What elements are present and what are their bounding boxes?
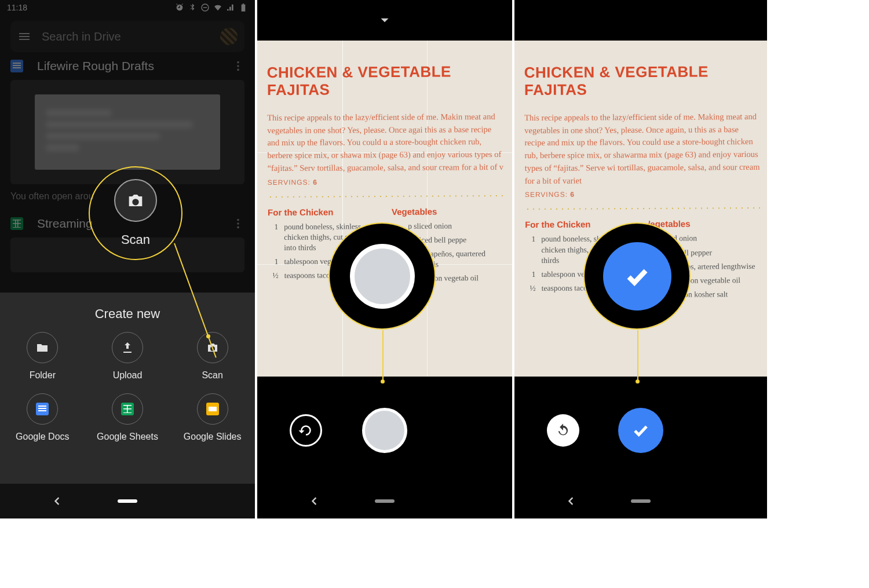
leader-dot — [381, 379, 385, 384]
back-icon[interactable] — [308, 495, 320, 507]
label: Google Docs — [16, 432, 70, 442]
phone-camera-capture: CHICKEN & VEGETABLEFAJITAS This recipe a… — [257, 0, 512, 518]
back-icon[interactable] — [565, 495, 576, 507]
upload-icon — [121, 341, 134, 355]
search-placeholder: Search in Drive — [42, 30, 210, 43]
shutter-button[interactable] — [362, 408, 407, 453]
alarm-icon — [175, 3, 184, 12]
leader-dot — [206, 334, 210, 338]
suggestion-hint: You often open arou — [0, 188, 255, 210]
flip-camera-button[interactable] — [290, 414, 322, 447]
viewfinder: CHICKEN & VEGETABLEFAJITAS This recipe a… — [514, 41, 767, 377]
camera-controls — [257, 377, 512, 484]
label: Scan — [202, 370, 222, 381]
phone-drive: 11:18 Search in Drive Lifewire Rough Dra… — [0, 0, 255, 518]
recipe-intro: This recipe appeals to the lazy/efficien… — [524, 111, 760, 188]
dnd-icon — [200, 3, 210, 12]
col-head: /egetables — [648, 218, 760, 229]
label: Upload — [113, 370, 143, 381]
wifi-icon — [213, 3, 222, 12]
home-pill[interactable] — [631, 499, 651, 503]
create-sheets[interactable]: Google Sheets — [85, 393, 170, 442]
status-bar: 11:18 — [0, 0, 255, 15]
camera-controls — [514, 377, 767, 484]
signal-icon — [226, 3, 235, 12]
create-upload[interactable]: Upload — [85, 332, 170, 381]
create-scan[interactable]: Scan — [170, 332, 255, 381]
nav-bar — [0, 484, 255, 518]
home-pill[interactable] — [118, 499, 137, 503]
sheets-icon — [121, 403, 134, 415]
folder-icon — [35, 341, 49, 355]
confirm-button[interactable] — [618, 408, 663, 453]
create-folder[interactable]: Folder — [0, 332, 85, 381]
more-icon[interactable] — [232, 60, 244, 72]
clock: 11:18 — [7, 3, 27, 12]
undo-icon — [555, 422, 571, 439]
search-bar[interactable]: Search in Drive — [10, 21, 244, 52]
phone-camera-confirm: CHICKEN & VEGETABLEFAJITAS This recipe a… — [514, 0, 767, 518]
home-pill[interactable] — [375, 499, 395, 503]
label: Google Sheets — [97, 432, 158, 442]
file-title: Lifewire Rough Drafts — [37, 59, 218, 73]
more-icon[interactable] — [232, 217, 244, 230]
svg-point-6 — [237, 222, 239, 225]
nav-bar — [514, 484, 767, 518]
col-head: For the Chicken — [525, 219, 637, 229]
col-head: Vegetables — [392, 206, 505, 216]
svg-point-3 — [237, 65, 239, 67]
flip-icon — [297, 422, 315, 439]
file-thumbnail[interactable] — [10, 80, 244, 184]
create-docs[interactable]: Google Docs — [0, 393, 85, 442]
check-icon — [629, 419, 652, 442]
leader-line — [382, 330, 384, 381]
viewfinder: CHICKEN & VEGETABLEFAJITAS This recipe a… — [257, 41, 512, 377]
file-row-2[interactable]: Streaming — [0, 210, 255, 238]
recipe-title: CHICKEN & VEGETABLE — [267, 63, 451, 81]
slides-icon — [206, 403, 219, 415]
recipe-title: CHICKEN & VEGETABLE — [524, 63, 709, 81]
camera-top-bar — [257, 0, 512, 41]
bluetooth-icon — [188, 3, 197, 12]
docs-icon — [36, 403, 49, 415]
label: Folder — [30, 370, 56, 381]
svg-point-2 — [237, 61, 239, 64]
battery-icon — [239, 3, 248, 12]
recipe-intro: This recipe appeals to the lazy/efficien… — [267, 111, 505, 175]
docs-icon — [10, 60, 23, 72]
sheets-icon — [10, 217, 23, 230]
svg-rect-1 — [203, 7, 207, 8]
menu-icon[interactable] — [17, 30, 31, 43]
chevron-down-icon[interactable] — [377, 13, 392, 28]
create-new-sheet: Create new Folder Upload Scan Google Doc… — [0, 293, 255, 484]
leader-dot — [636, 379, 640, 384]
retake-button[interactable] — [547, 414, 579, 447]
nav-bar — [257, 484, 512, 518]
camera-top-bar — [514, 0, 767, 41]
col-head: For the Chicken — [268, 207, 381, 217]
svg-point-7 — [237, 227, 239, 229]
label: Google Slides — [184, 432, 242, 442]
svg-point-4 — [237, 69, 239, 71]
file-title: Streaming — [37, 217, 218, 231]
sheet-title: Create new — [0, 293, 255, 332]
file-thumbnail[interactable] — [10, 238, 244, 272]
create-slides[interactable]: Google Slides — [170, 393, 255, 442]
avatar[interactable] — [220, 28, 238, 45]
back-icon[interactable] — [51, 495, 63, 507]
svg-point-5 — [237, 219, 239, 221]
leader-line — [637, 330, 638, 381]
file-row-1[interactable]: Lifewire Rough Drafts — [0, 52, 255, 80]
